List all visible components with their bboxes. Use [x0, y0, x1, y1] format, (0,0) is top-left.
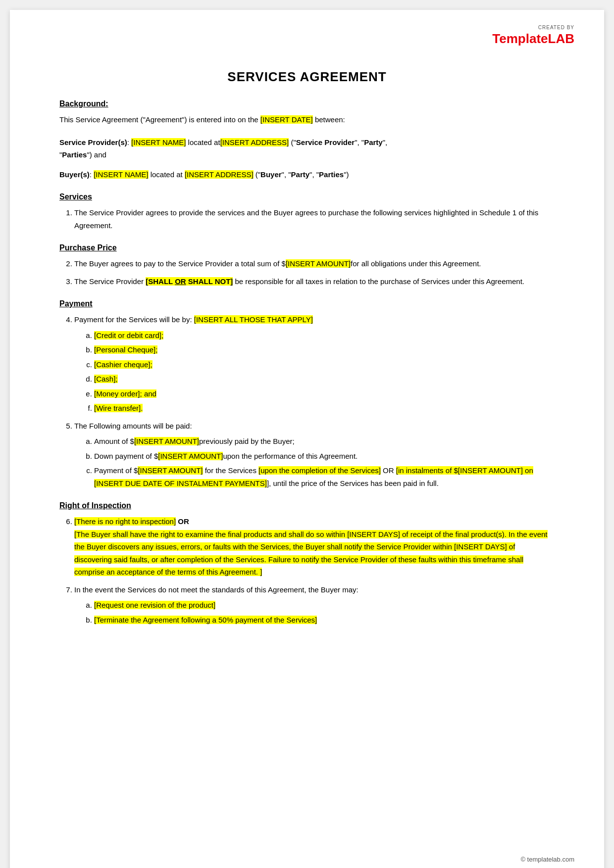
purchase-item-3-post: be responsible for all taxes in relation…: [235, 277, 525, 286]
purchase-item-3: The Service Provider [SHALL OR SHALL NOT…: [74, 275, 555, 288]
logo-brand-black: Template: [492, 31, 548, 46]
purchase-item-2-pre: The Buyer agrees to pay to the Service P…: [74, 259, 286, 268]
payment-amount-a-pre: Amount of $: [94, 437, 134, 445]
intro-text-start: This Service Agreement ("Agreement") is …: [59, 115, 258, 124]
payment-amount-a-value: [INSERT AMOUNT]: [134, 437, 199, 445]
insert-date: [INSERT DATE]: [260, 115, 313, 124]
inspection-item-6-or: OR: [178, 517, 189, 526]
payment-amount-b-post: upon the performance of this Agreement.: [223, 452, 358, 460]
services-item-1: The Service Provider agrees to provide t…: [74, 206, 555, 232]
section-purchase-heading: Purchase Price: [59, 243, 555, 252]
payment-method-d-text: [Cash];: [94, 375, 118, 383]
payment-item-5-text: The Following amounts will be paid:: [74, 422, 192, 430]
sp-roles: ("Service Provider", "Party",: [291, 138, 387, 146]
payment-amount-c-pre: Payment of $: [94, 466, 138, 475]
payment-amount-c-end: ], until the price of the Services has b…: [267, 479, 439, 487]
buyer-block: Buyer(s): [INSERT NAME] located at [INSE…: [59, 168, 555, 181]
payment-methods-list: [Credit or debit card]; [Personal Cheque…: [94, 329, 555, 415]
services-item-1-text: The Service Provider agrees to provide t…: [74, 208, 538, 230]
purchase-item-3-shall: [SHALL OR SHALL NOT]: [146, 277, 233, 286]
inspection-item-6-hl2: [The Buyer shall have the right to exami…: [74, 530, 548, 577]
payment-method-f: [Wire transfer].: [94, 402, 555, 415]
payment-method-c: [Cashier cheque];: [94, 358, 555, 371]
sp-insert-name: [INSERT NAME]: [131, 138, 186, 146]
services-list: The Service Provider agrees to provide t…: [74, 206, 555, 232]
section-background-heading: Background:: [59, 99, 555, 108]
buyer-label: Buyer(s): [59, 170, 90, 179]
purchase-item-2: The Buyer agrees to pay to the Service P…: [74, 257, 555, 270]
logo-created-by: CREATED BY: [492, 25, 574, 30]
payment-amount-b-pre: Down payment of $: [94, 452, 158, 460]
payment-item-4-insert: [INSERT ALL THOSE THAT APPLY]: [194, 315, 313, 324]
section-payment-heading: Payment: [59, 299, 555, 308]
footer: © templatelab.com: [520, 856, 574, 863]
payment-amount-b: Down payment of $[INSERT AMOUNT]upon the…: [94, 450, 555, 463]
logo-brand-red: LAB: [548, 31, 574, 46]
buyer-insert-address: [INSERT ADDRESS]: [185, 170, 254, 179]
inspection-item-6: [There is no right to inspection] OR [Th…: [74, 515, 555, 579]
payment-method-a-text: [Credit or debit card];: [94, 331, 163, 339]
document-page: CREATED BY TemplateLAB SERVICES AGREEMEN…: [10, 10, 604, 868]
payment-amount-c-hl1: [upon the completion of the Services]: [258, 466, 381, 475]
sp-roles-line2: "Parties") and: [59, 148, 555, 161]
payment-amounts-list: Amount of $[INSERT AMOUNT]previously pai…: [94, 435, 555, 489]
logo-text: TemplateLAB: [492, 31, 574, 47]
inspection-list: [There is no right to inspection] OR [Th…: [74, 515, 555, 626]
payment-item-4-pre: Payment for the Services will be by:: [74, 315, 192, 324]
inspection-item-7: In the event the Services do not meet th…: [74, 583, 555, 627]
payment-method-b: [Personal Cheque];: [94, 343, 555, 356]
document-title: SERVICES AGREEMENT: [59, 69, 555, 85]
payment-amount-a: Amount of $[INSERT AMOUNT]previously pai…: [94, 435, 555, 448]
inspection-sub-list: [Request one revision of the product] [T…: [94, 599, 555, 626]
intro-text-end: between:: [315, 115, 345, 124]
inspection-sub-b-text: [Terminate the Agreement following a 50%…: [94, 616, 317, 624]
payment-method-f-text: [Wire transfer].: [94, 404, 143, 412]
inspection-sub-a-text: [Request one revision of the product]: [94, 601, 215, 609]
logo-area: CREATED BY TemplateLAB: [492, 25, 574, 47]
payment-method-a: [Credit or debit card];: [94, 329, 555, 342]
payment-method-d: [Cash];: [94, 373, 555, 386]
payment-amount-b-value: [INSERT AMOUNT]: [158, 452, 223, 460]
purchase-item-2-post: for all obligations under this Agreement…: [351, 259, 481, 268]
purchase-list: The Buyer agrees to pay to the Service P…: [74, 257, 555, 288]
purchase-item-2-amount: [INSERT AMOUNT]: [286, 259, 351, 268]
payment-item-5: The Following amounts will be paid: Amou…: [74, 420, 555, 490]
section-services-heading: Services: [59, 193, 555, 201]
payment-amount-c-or: OR: [383, 466, 394, 475]
payment-amount-c-value: [INSERT AMOUNT]: [138, 466, 203, 475]
inspection-sub-b: [Terminate the Agreement following a 50%…: [94, 614, 555, 627]
buyer-text: Buyer(s): [INSERT NAME] located at [INSE…: [59, 168, 555, 181]
inspection-item-7-pre: In the event the Services do not meet th…: [74, 585, 358, 594]
intro-paragraph: This Service Agreement ("Agreement") is …: [59, 113, 555, 126]
payment-method-e-text: [Money order]; and: [94, 389, 156, 398]
inspection-sub-a: [Request one revision of the product]: [94, 599, 555, 612]
section-inspection-heading: Right of Inspection: [59, 501, 555, 510]
payment-method-b-text: [Personal Cheque];: [94, 345, 157, 354]
buyer-middle: located at: [151, 170, 185, 179]
payment-item-4: Payment for the Services will be by: [IN…: [74, 313, 555, 415]
service-provider-label: Service Provider(s): [59, 138, 127, 146]
payment-amount-a-post: previously paid by the Buyer;: [199, 437, 295, 445]
payment-amount-c: Payment of $[INSERT AMOUNT] for the Serv…: [94, 464, 555, 489]
sp-insert-address: [INSERT ADDRESS]: [220, 138, 289, 146]
service-provider-block: Service Provider(s): [INSERT NAME] locat…: [59, 136, 555, 161]
payment-method-c-text: [Cashier cheque];: [94, 360, 153, 369]
buyer-roles: ("Buyer", "Party", "Parties"): [256, 170, 349, 179]
purchase-item-3-pre: The Service Provider: [74, 277, 144, 286]
payment-method-e: [Money order]; and: [94, 387, 555, 400]
buyer-insert-name: [INSERT NAME]: [94, 170, 148, 179]
sp-middle: located at: [188, 138, 220, 146]
inspection-item-6-hl1: [There is no right to inspection]: [74, 517, 176, 526]
service-provider-text: Service Provider(s): [INSERT NAME] locat…: [59, 136, 555, 149]
payment-amount-c-middle: for the Services: [205, 466, 256, 475]
payment-list: Payment for the Services will be by: [IN…: [74, 313, 555, 489]
